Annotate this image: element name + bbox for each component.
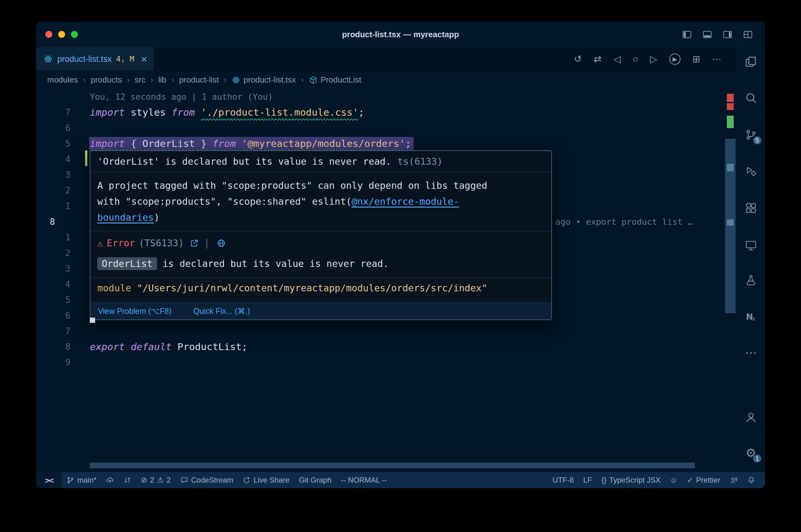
previous-change-icon[interactable]: ◁ (614, 54, 621, 64)
close-tab-icon[interactable]: × (141, 54, 147, 64)
explorer-icon (745, 56, 757, 68)
tab-problems-modified-badge: 4, M (116, 55, 134, 63)
hover-resize-grip[interactable] (90, 318, 95, 323)
breadcrumb-item-modules[interactable]: modules (47, 75, 78, 85)
accounts-icon (745, 411, 757, 423)
status-problems[interactable]: ⊘2⚠2 (136, 472, 175, 488)
breadcrumb-item-productlist[interactable]: ProductList (309, 75, 361, 85)
more-actions-icon[interactable]: ⋯ (712, 54, 722, 64)
globe-icon[interactable] (217, 239, 226, 248)
horizontal-scrollbar-thumb[interactable] (90, 462, 695, 468)
vertical-scrollbar-thumb[interactable] (725, 139, 735, 313)
activity-more-views[interactable]: ⋯ (737, 344, 765, 361)
code-token: } (195, 138, 213, 149)
breadcrumb-label: products (91, 75, 122, 85)
line-number: 8 (36, 342, 70, 352)
minimize-button[interactable] (58, 31, 65, 38)
status-notifications[interactable] (743, 472, 760, 488)
activity-extensions[interactable] (737, 200, 765, 216)
panel-bottom-icon[interactable] (702, 30, 712, 40)
status-branch-compare[interactable] (119, 472, 136, 488)
status-encoding[interactable]: UTF-8 (548, 472, 579, 488)
hover-diagnostic-ts: 'OrderList' is declared but its value is… (90, 151, 551, 172)
status-vim-mode[interactable]: -- NORMAL -- (336, 472, 392, 488)
warnings-count: 2 (166, 476, 170, 484)
line-number: 3 (36, 170, 70, 180)
next-change-icon[interactable]: ▷ (650, 54, 657, 64)
breadcrumb: modules›products›src›lib›product-list›pr… (36, 71, 736, 89)
hover-actions: View Problem (⌥F8) Quick Fix... (⌘.) (90, 302, 551, 320)
module-keyword: module (97, 283, 131, 293)
quick-fix-link[interactable]: Quick Fix... (⌘.) (193, 307, 250, 316)
activity-source-control[interactable]: 5 (737, 126, 765, 143)
compare-arrows-icon (123, 476, 131, 484)
status-prettier[interactable]: ✓Prettier (682, 472, 725, 488)
svg-text:N: N (746, 312, 753, 322)
git-change-gutter-indicator[interactable] (85, 150, 87, 166)
panel-left-icon[interactable] (682, 30, 692, 40)
hover-error-section: ⚠ Error (TS6133) | OrderList is declared… (90, 231, 551, 278)
breadcrumb-item-product-list.tsx[interactable]: product-list.tsx (232, 75, 296, 85)
open-external-icon[interactable] (189, 239, 199, 248)
warnings-icon: ⚠ (157, 476, 164, 484)
title-bar[interactable]: product-list.tsx — myreactapp (36, 22, 765, 48)
prettier-icon: ✓ (687, 476, 693, 484)
breadcrumb-item-src[interactable]: src (134, 75, 145, 85)
eol-label: LF (583, 476, 592, 484)
line-number: 4 (36, 154, 70, 165)
activity-explorer[interactable] (737, 54, 765, 70)
react-icon (232, 76, 240, 84)
split-editor-icon[interactable]: ⊞ (692, 54, 700, 64)
code-token: '@myreactapp/modules/orders' (241, 138, 405, 149)
activity-accounts[interactable] (737, 409, 765, 426)
breadcrumb-item-products[interactable]: products (91, 75, 122, 85)
run-file-icon[interactable]: ▶ (669, 54, 680, 65)
status-feedback[interactable]: ☺ (665, 472, 682, 488)
remote-icon: >< (45, 475, 53, 485)
status-codestream[interactable]: CodeStream (176, 472, 238, 488)
history-icon[interactable]: ↺ (574, 54, 582, 64)
editor-row: 7 (36, 323, 736, 339)
status-eol[interactable]: LF (579, 472, 597, 488)
vscode-window: product-list.tsx — myreactapp product-li… (36, 22, 765, 488)
source-control-badge: 5 (752, 136, 762, 145)
presence-icon (730, 476, 738, 484)
breadcrumb-item-product-list[interactable]: product-list (179, 75, 219, 85)
activity-search[interactable] (737, 89, 765, 106)
activity-bar: 5N≥⋯⚙1 (736, 48, 765, 472)
hover-diagnostic-eslint: A project tagged with "scope:products" c… (90, 172, 551, 231)
statusbar-left: ><main*⊘2⚠2CodeStreamLive ShareGit Graph… (36, 472, 392, 488)
breadcrumb-item-lib[interactable]: lib (158, 75, 166, 85)
view-problem-link[interactable]: View Problem (⌥F8) (98, 307, 171, 316)
status-bar: ><main*⊘2⚠2CodeStreamLive ShareGit Graph… (36, 472, 765, 488)
code-token: import (90, 138, 125, 149)
editor[interactable]: You, 12 seconds ago | 1 author (You)7imp… (36, 89, 736, 472)
status-publish-changes[interactable] (101, 472, 119, 488)
language-mode-label: TypeScript JSX (609, 476, 660, 484)
activity-run-and-debug[interactable] (737, 163, 765, 179)
tab-product-list[interactable]: product-list.tsx 4, M × (36, 48, 154, 71)
error-triangle-icon: ⚠ (97, 239, 103, 248)
zoom-button[interactable] (71, 31, 78, 38)
panel-right-icon[interactable] (723, 30, 733, 40)
editor-grid-icon[interactable] (743, 30, 753, 40)
code-token: default (131, 341, 172, 352)
activity-settings[interactable]: ⚙1 (737, 444, 765, 461)
code-token (125, 341, 131, 352)
status-git-graph[interactable]: Git Graph (294, 472, 336, 488)
language-mode-icon: {} (601, 476, 606, 484)
close-button[interactable] (45, 31, 52, 38)
status-language-mode[interactable]: {}TypeScript JSX (597, 472, 665, 488)
activity-testing[interactable] (737, 272, 765, 289)
pull-request-icon[interactable]: ⇄ (594, 54, 601, 64)
status-branch[interactable]: main* (62, 472, 101, 488)
status-presence[interactable] (725, 472, 743, 488)
open-changes-icon[interactable]: ○ (633, 54, 638, 64)
activity-nx-console[interactable]: N≥ (737, 308, 765, 325)
status-remote[interactable]: >< (36, 472, 62, 488)
line-number: 1 (36, 232, 70, 243)
activity-remote-explorer[interactable] (737, 237, 765, 254)
status-live-share[interactable]: Live Share (238, 472, 294, 488)
tab-label: product-list.tsx (57, 54, 112, 64)
code-token: ; (359, 107, 365, 118)
